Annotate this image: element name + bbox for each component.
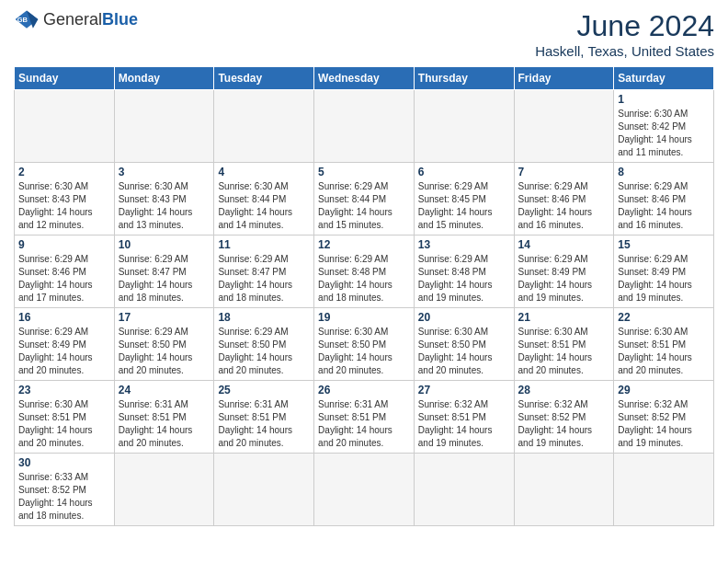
day-info: Sunrise: 6:29 AM Sunset: 8:45 PM Dayligh… [418,180,510,232]
day-number: 13 [418,238,510,251]
day-info: Sunrise: 6:29 AM Sunset: 8:46 PM Dayligh… [618,180,710,232]
calendar-cell: 25Sunrise: 6:31 AM Sunset: 8:51 PM Dayli… [214,381,314,454]
calendar-cell: 2Sunrise: 6:30 AM Sunset: 8:43 PM Daylig… [15,163,115,236]
day-number: 18 [218,311,310,324]
calendar-cell: 10Sunrise: 6:29 AM Sunset: 8:47 PM Dayli… [114,236,214,308]
day-number: 29 [618,384,710,396]
calendar-body: 1Sunrise: 6:30 AM Sunset: 8:42 PM Daylig… [15,90,714,526]
day-info: Sunrise: 6:29 AM Sunset: 8:48 PM Dayligh… [318,253,410,304]
day-number: 12 [318,238,410,251]
calendar-cell: 22Sunrise: 6:30 AM Sunset: 8:51 PM Dayli… [614,308,714,381]
calendar-week-row: 23Sunrise: 6:30 AM Sunset: 8:51 PM Dayli… [15,381,714,454]
calendar-cell: 27Sunrise: 6:32 AM Sunset: 8:51 PM Dayli… [414,381,514,454]
day-info: Sunrise: 6:30 AM Sunset: 8:43 PM Dayligh… [18,180,110,232]
calendar-cell: 9Sunrise: 6:29 AM Sunset: 8:46 PM Daylig… [15,236,115,308]
col-friday: Friday [514,67,614,90]
svg-text:GB: GB [17,16,28,24]
title-area: June 2024 Haskell, Texas, United States [535,9,714,59]
day-info: Sunrise: 6:29 AM Sunset: 8:50 PM Dayligh… [218,326,310,377]
day-info: Sunrise: 6:30 AM Sunset: 8:51 PM Dayligh… [18,398,110,450]
day-info: Sunrise: 6:29 AM Sunset: 8:47 PM Dayligh… [218,253,310,304]
calendar-cell: 19Sunrise: 6:30 AM Sunset: 8:50 PM Dayli… [314,308,415,381]
calendar-cell [414,90,514,163]
day-number: 17 [119,311,210,324]
calendar-cell: 15Sunrise: 6:29 AM Sunset: 8:49 PM Dayli… [614,236,714,308]
calendar-cell: 5Sunrise: 6:29 AM Sunset: 8:44 PM Daylig… [314,163,415,236]
day-info: Sunrise: 6:29 AM Sunset: 8:50 PM Dayligh… [119,326,210,377]
col-thursday: Thursday [414,67,514,90]
calendar-cell: 21Sunrise: 6:30 AM Sunset: 8:51 PM Dayli… [514,308,614,381]
calendar-cell: 20Sunrise: 6:30 AM Sunset: 8:50 PM Dayli… [414,308,514,381]
calendar-cell [114,90,214,163]
calendar-cell [15,90,115,163]
day-number: 30 [18,456,110,469]
logo: GB GeneralBlue [14,9,138,29]
day-number: 20 [418,311,510,324]
col-saturday: Saturday [614,67,714,90]
day-number: 19 [318,311,410,324]
calendar-cell: 8Sunrise: 6:29 AM Sunset: 8:46 PM Daylig… [614,163,714,236]
calendar-cell [414,454,514,526]
day-info: Sunrise: 6:30 AM Sunset: 8:43 PM Dayligh… [119,180,210,232]
day-number: 1 [618,93,710,106]
calendar-cell: 14Sunrise: 6:29 AM Sunset: 8:49 PM Dayli… [514,236,614,308]
day-info: Sunrise: 6:31 AM Sunset: 8:51 PM Dayligh… [318,398,410,450]
day-info: Sunrise: 6:29 AM Sunset: 8:47 PM Dayligh… [119,253,210,304]
day-info: Sunrise: 6:29 AM Sunset: 8:48 PM Dayligh… [418,253,510,304]
calendar-cell [514,90,614,163]
day-number: 4 [218,166,310,178]
day-info: Sunrise: 6:29 AM Sunset: 8:44 PM Dayligh… [318,180,410,232]
header: GB GeneralBlue June 2024 Haskell, Texas,… [14,9,714,59]
day-info: Sunrise: 6:32 AM Sunset: 8:52 PM Dayligh… [518,398,610,450]
calendar-cell: 28Sunrise: 6:32 AM Sunset: 8:52 PM Dayli… [514,381,614,454]
calendar-cell: 30Sunrise: 6:33 AM Sunset: 8:52 PM Dayli… [15,454,115,526]
day-number: 28 [518,384,610,396]
calendar-cell: 24Sunrise: 6:31 AM Sunset: 8:51 PM Dayli… [114,381,214,454]
day-number: 6 [418,166,510,178]
day-number: 25 [218,384,310,396]
calendar-cell: 12Sunrise: 6:29 AM Sunset: 8:48 PM Dayli… [314,236,415,308]
day-number: 11 [218,238,310,251]
day-info: Sunrise: 6:30 AM Sunset: 8:51 PM Dayligh… [618,326,710,377]
calendar-cell [214,90,314,163]
calendar-cell [114,454,214,526]
calendar-cell: 16Sunrise: 6:29 AM Sunset: 8:49 PM Dayli… [15,308,115,381]
calendar-cell: 17Sunrise: 6:29 AM Sunset: 8:50 PM Dayli… [114,308,214,381]
day-info: Sunrise: 6:30 AM Sunset: 8:51 PM Dayligh… [518,326,610,377]
day-info: Sunrise: 6:31 AM Sunset: 8:51 PM Dayligh… [119,398,210,450]
calendar-cell: 26Sunrise: 6:31 AM Sunset: 8:51 PM Dayli… [314,381,415,454]
general-blue-logo-icon: GB [14,9,40,29]
day-number: 3 [119,166,210,178]
logo-text: GeneralBlue [43,10,138,29]
calendar-cell: 23Sunrise: 6:30 AM Sunset: 8:51 PM Dayli… [15,381,115,454]
day-number: 27 [418,384,510,396]
day-number: 23 [18,384,110,396]
calendar-cell [314,90,415,163]
col-wednesday: Wednesday [314,67,415,90]
calendar-cell [514,454,614,526]
day-info: Sunrise: 6:29 AM Sunset: 8:49 PM Dayligh… [618,253,710,304]
month-year-title: June 2024 [535,9,714,43]
day-info: Sunrise: 6:30 AM Sunset: 8:50 PM Dayligh… [418,326,510,377]
day-info: Sunrise: 6:29 AM Sunset: 8:49 PM Dayligh… [518,253,610,304]
calendar-cell: 7Sunrise: 6:29 AM Sunset: 8:46 PM Daylig… [514,163,614,236]
calendar-cell: 3Sunrise: 6:30 AM Sunset: 8:43 PM Daylig… [114,163,214,236]
col-tuesday: Tuesday [214,67,314,90]
day-number: 10 [119,238,210,251]
calendar-header-row: Sunday Monday Tuesday Wednesday Thursday… [15,67,714,90]
day-info: Sunrise: 6:33 AM Sunset: 8:52 PM Dayligh… [18,471,110,523]
location-subtitle: Haskell, Texas, United States [535,43,714,59]
col-monday: Monday [114,67,214,90]
day-number: 15 [618,238,710,251]
calendar-cell: 4Sunrise: 6:30 AM Sunset: 8:44 PM Daylig… [214,163,314,236]
day-number: 16 [18,311,110,324]
day-info: Sunrise: 6:32 AM Sunset: 8:51 PM Dayligh… [418,398,510,450]
calendar-week-row: 1Sunrise: 6:30 AM Sunset: 8:42 PM Daylig… [15,90,714,163]
day-number: 21 [518,311,610,324]
day-info: Sunrise: 6:32 AM Sunset: 8:52 PM Dayligh… [618,398,710,450]
calendar-cell: 13Sunrise: 6:29 AM Sunset: 8:48 PM Dayli… [414,236,514,308]
day-number: 8 [618,166,710,178]
day-info: Sunrise: 6:29 AM Sunset: 8:46 PM Dayligh… [518,180,610,232]
col-sunday: Sunday [15,67,115,90]
calendar-table: Sunday Monday Tuesday Wednesday Thursday… [14,66,714,526]
